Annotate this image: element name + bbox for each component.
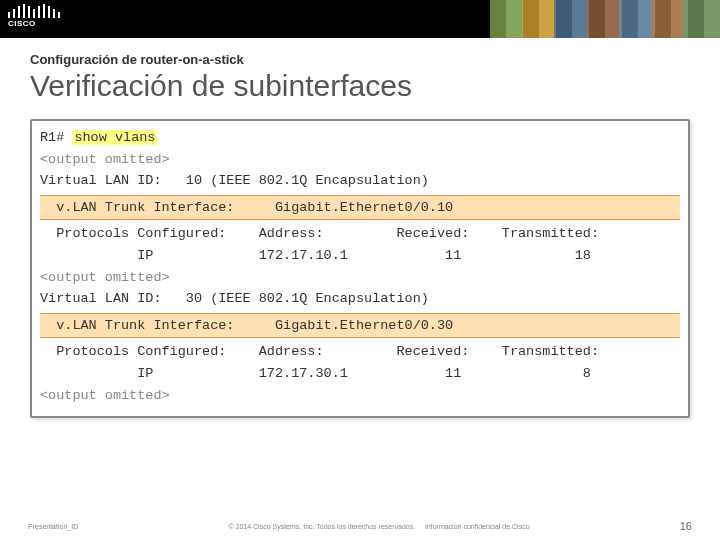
header-image-strip	[490, 0, 720, 38]
slide-title: Verificación de subinterfaces	[30, 69, 690, 103]
trunk-interface-highlight: v.LAN Trunk Interface: Gigabit.Ethernet0…	[40, 313, 680, 339]
device-prompt: R1#	[40, 130, 64, 145]
output-omitted: <output omitted>	[40, 149, 680, 171]
footer-confidential: Información confidencial de Cisco	[425, 523, 530, 530]
output-omitted: <output omitted>	[40, 385, 680, 407]
top-bar: CISCO	[0, 0, 720, 38]
protocol-header: Protocols Configured: Address: Received:…	[40, 223, 680, 245]
slide-content: Configuración de router-on-a-stick Verif…	[0, 38, 720, 418]
page-number: 16	[680, 520, 692, 532]
vlan-id-line: Virtual LAN ID: 10 (IEEE 802.1Q Encapsul…	[40, 170, 680, 192]
vlan-id-line: Virtual LAN ID: 30 (IEEE 802.1Q Encapsul…	[40, 288, 680, 310]
footer-left: Presentation_ID	[28, 523, 78, 530]
slide-footer: Presentation_ID © 2014 Cisco Systems, In…	[0, 520, 720, 532]
cisco-logo: CISCO	[0, 0, 68, 32]
cisco-logo-text: CISCO	[8, 19, 60, 28]
protocol-row: IP 172.17.30.1 11 8	[40, 363, 680, 385]
protocol-row: IP 172.17.10.1 11 18	[40, 245, 680, 267]
footer-copyright: © 2014 Cisco Systems, Inc. Todos los der…	[228, 523, 415, 530]
trunk-interface-highlight: v.LAN Trunk Interface: Gigabit.Ethernet0…	[40, 195, 680, 221]
output-omitted: <output omitted>	[40, 267, 680, 289]
protocol-header: Protocols Configured: Address: Received:…	[40, 341, 680, 363]
slide-subtitle: Configuración de router-on-a-stick	[30, 52, 690, 67]
command-highlight: show vlans	[72, 130, 157, 145]
terminal-output: R1# show vlans <output omitted> Virtual …	[30, 119, 690, 418]
prompt-line: R1# show vlans	[40, 127, 680, 149]
cisco-logo-bars	[8, 4, 60, 18]
